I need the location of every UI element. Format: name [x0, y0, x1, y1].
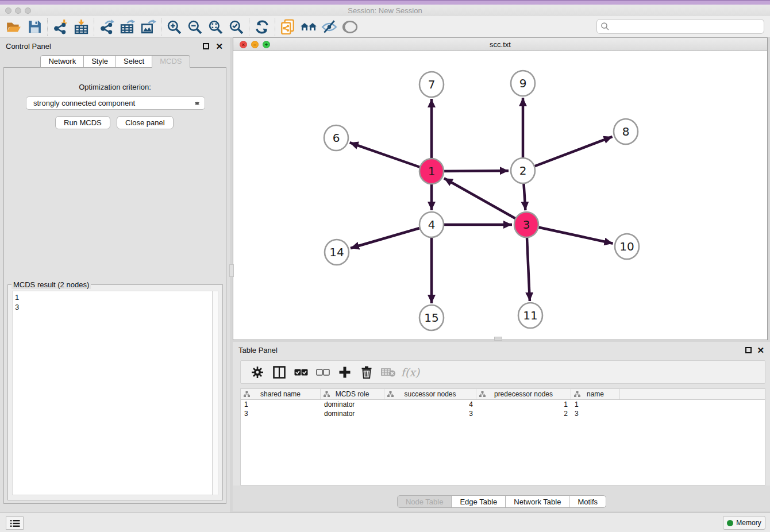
network-window-title: scc.txt — [233, 40, 767, 49]
export-table-button[interactable] — [117, 18, 138, 36]
select-all-button[interactable] — [290, 363, 312, 381]
network-window-titlebar[interactable]: × − + scc.txt — [233, 38, 767, 51]
network-view-window: × − + scc.txt 7968124314101511 — [233, 37, 768, 340]
table-cell[interactable]: 2 — [476, 409, 571, 418]
table-toolbar: f(x) — [240, 360, 765, 384]
tab-style[interactable]: Style — [83, 55, 116, 68]
zoom-in-button[interactable] — [164, 18, 184, 36]
graph-edge-1-6[interactable] — [350, 142, 432, 171]
refresh-layout-button[interactable] — [252, 18, 272, 36]
float-table-panel-icon[interactable] — [745, 347, 752, 353]
graph-edge-2-8[interactable] — [523, 137, 613, 171]
optimization-criterion-select[interactable]: strongly connected component — [26, 97, 205, 110]
plus-icon — [338, 366, 351, 379]
table-cell[interactable]: 3 — [384, 409, 476, 418]
mcds-result-line: 3 — [15, 302, 210, 312]
deselect-all-button[interactable] — [312, 363, 334, 381]
save-session-button[interactable] — [24, 18, 45, 36]
zoom-out-button[interactable] — [184, 18, 205, 36]
tab-select[interactable]: Select — [116, 55, 152, 68]
run-mcds-button[interactable]: Run MCDS — [55, 116, 110, 129]
memory-button[interactable]: Memory — [723, 516, 765, 530]
control-panel-title: Control Panel — [6, 42, 51, 51]
network-canvas[interactable]: 7968124314101511 — [233, 51, 767, 340]
graph-edge-3-10[interactable] — [526, 225, 613, 244]
column-sort-icon — [387, 391, 394, 397]
toolbar-search[interactable] — [596, 19, 764, 34]
home-button[interactable] — [298, 18, 319, 36]
show-column-panel-button[interactable] — [268, 363, 290, 381]
close-table-panel-icon[interactable]: ✕ — [757, 346, 764, 354]
column-header-name[interactable]: name — [571, 389, 620, 399]
window-accent-strip — [0, 0, 770, 5]
column-header-successor-nodes[interactable]: successor nodes — [384, 389, 476, 399]
float-panel-icon[interactable] — [203, 43, 209, 49]
table-row[interactable]: 3dominator323 — [241, 409, 765, 418]
trash-icon — [361, 366, 372, 379]
mcds-result-text[interactable]: 13 — [12, 291, 213, 495]
toolbar-separator — [94, 18, 94, 36]
table-cell[interactable]: 3 — [571, 409, 620, 418]
graph-edge-3-1[interactable] — [444, 178, 526, 225]
tab-network[interactable]: Network — [40, 55, 84, 68]
hide-graphics-details-button[interactable] — [319, 18, 340, 36]
table-cell[interactable]: 1 — [476, 400, 571, 409]
close-panel-icon[interactable]: ✕ — [215, 42, 223, 51]
column-sort-icon — [479, 391, 486, 397]
column-header-shared-name[interactable]: shared name — [241, 389, 321, 399]
import-network-button[interactable] — [50, 18, 71, 36]
table-cell[interactable]: 1 — [571, 400, 620, 409]
column-header-MCDS-role[interactable]: MCDS role — [321, 389, 384, 399]
gear-icon — [251, 366, 264, 379]
app-titlebar: Session: New Session — [0, 5, 770, 16]
table-cell[interactable]: 4 — [384, 400, 476, 409]
select-stepper-icon — [194, 99, 200, 107]
table-settings-button[interactable] — [247, 363, 268, 381]
column-header-predecessor-nodes[interactable]: predecessor nodes — [476, 389, 571, 399]
toolbar-separator — [275, 18, 275, 36]
table-cell[interactable]: 3 — [241, 409, 321, 418]
function-builder-button[interactable]: f(x) — [399, 363, 421, 381]
zoom-fit-button[interactable] — [205, 18, 226, 36]
import-table-icon — [74, 19, 89, 34]
tab-node-table[interactable]: Node Table — [397, 495, 452, 508]
horizontal-splitter-grip[interactable] — [494, 337, 502, 341]
create-column-button[interactable] — [334, 363, 356, 381]
graph-node-label-1: 1 — [428, 164, 436, 178]
open-session-button[interactable] — [3, 18, 24, 36]
tab-network-table[interactable]: Network Table — [505, 495, 569, 508]
node-table: shared nameMCDS rolesuccessor nodesprede… — [240, 388, 765, 485]
export-image-button[interactable] — [138, 18, 159, 36]
clone-network-button[interactable] — [278, 18, 298, 36]
import-table-button[interactable] — [71, 18, 91, 36]
tab-motifs[interactable]: Motifs — [569, 495, 606, 508]
table-row[interactable]: 1dominator411 — [241, 400, 765, 409]
tab-mcds[interactable]: MCDS — [152, 55, 190, 68]
control-panel-header: Control Panel ✕ — [0, 40, 230, 53]
search-input[interactable] — [612, 21, 764, 32]
birdseye-eye-icon — [342, 20, 358, 34]
export-network-button[interactable] — [97, 18, 117, 36]
save-icon — [28, 20, 42, 34]
table-cell[interactable]: 1 — [241, 400, 321, 409]
table-cell[interactable]: dominator — [321, 400, 384, 409]
column-header-label: shared name — [260, 390, 301, 398]
delete-column-button[interactable] — [356, 363, 378, 381]
zoom-fit-icon — [208, 20, 223, 34]
close-panel-button[interactable]: Close panel — [117, 116, 174, 129]
task-history-button[interactable] — [6, 516, 24, 530]
network-canvas-svg[interactable]: 7968124314101511 — [233, 51, 767, 340]
graph-node-label-11: 11 — [523, 309, 537, 322]
column-header-label: MCDS role — [336, 390, 369, 398]
table-cell[interactable]: dominator — [321, 409, 384, 418]
mcds-result-scrollbar[interactable] — [213, 291, 218, 495]
vertical-splitter-grip[interactable] — [229, 264, 234, 277]
birdseye-view-button[interactable] — [340, 18, 360, 36]
column-header-label: predecessor nodes — [494, 390, 553, 398]
delete-table-button[interactable] — [378, 363, 399, 381]
zoom-selected-button[interactable] — [226, 18, 247, 36]
main-toolbar — [0, 16, 770, 38]
tab-edge-table[interactable]: Edge Table — [451, 495, 506, 508]
table-body: 1dominator4113dominator323 — [241, 400, 765, 418]
mcds-result-line: 1 — [15, 292, 210, 302]
